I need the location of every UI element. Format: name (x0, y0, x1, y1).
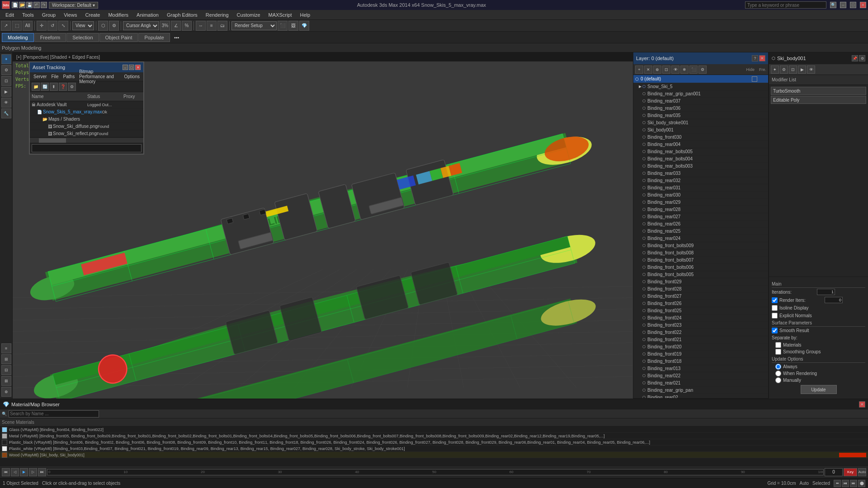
search-input[interactable] (745, 1, 826, 9)
render-btn[interactable]: ⬛ (278, 21, 288, 31)
layer-item[interactable]: ⬡Binding_front026 (641, 300, 768, 307)
layer-item[interactable]: ⬡Binding_rear032 (641, 177, 768, 184)
extra-dot[interactable]: ••• (174, 35, 179, 40)
sidebar-extra1[interactable]: ≡ (1, 343, 11, 353)
mode-freeform[interactable]: Freeform (34, 33, 66, 42)
layer-item[interactable]: ⬡Binding_rear037 (641, 98, 768, 105)
layer-item[interactable]: ⬡Binding_rear022 (641, 372, 768, 380)
layer-item[interactable]: ⬡Binding_rear029 (641, 199, 768, 206)
utilities-btn[interactable]: 🔧 (1, 108, 11, 118)
layer-item[interactable]: ⬡Binding_front030 (641, 134, 768, 141)
at-row-maps[interactable]: 📂Maps / Shaders (30, 116, 143, 123)
layer-item[interactable]: ⬡Binding_rear030 (641, 192, 768, 199)
workspace-dropdown[interactable]: Workspace: Default ▾ (49, 2, 98, 9)
layer-item[interactable]: ⬡Binding_rear031 (641, 184, 768, 192)
layer-item[interactable]: ⬡Binding_front_bolts007 (641, 257, 768, 264)
motion-btn[interactable]: ▶ (1, 87, 11, 97)
menu-modifiers[interactable]: Modifiers (104, 11, 132, 19)
object-props-btn[interactable]: ⚙ (109, 21, 119, 31)
menu-help[interactable]: Help (297, 11, 314, 19)
menu-tools[interactable]: Tools (19, 11, 38, 19)
frame-input[interactable] (825, 468, 843, 476)
percent-snap-btn[interactable]: % (182, 21, 192, 31)
at-menu-file[interactable]: File (49, 74, 60, 80)
materials-checkbox[interactable] (775, 342, 781, 348)
layer-item[interactable]: ⬡Binding_rear025 (641, 228, 768, 235)
mode-modeling[interactable]: Modeling (2, 33, 34, 42)
status-btn3[interactable]: ⏭ (850, 480, 857, 487)
mode-object-paint[interactable]: Object Paint (99, 33, 138, 42)
layer-item[interactable]: ⬡Binding_front024 (641, 314, 768, 322)
layers-render-btn[interactable]: ⬛ (689, 66, 698, 74)
layers-sel-objs-btn[interactable]: ⊡ (662, 66, 670, 74)
layer-item[interactable]: ⬡Binding_rear021 (641, 380, 768, 387)
viewport-header[interactable]: [+] [Perspective] [Shaded + Edged Faces] (13, 52, 633, 61)
at-restore[interactable]: □ (129, 65, 134, 70)
smoothing-groups-checkbox[interactable] (775, 349, 781, 355)
select-all-btn[interactable]: All (23, 21, 33, 31)
at-menu-server[interactable]: Server (32, 74, 48, 80)
rotate-btn[interactable]: ↺ (47, 21, 57, 31)
layer-item[interactable]: ⬡Binding_rear_grip_pan001 (641, 90, 768, 98)
hierarchy-btn[interactable]: ⊡ (1, 76, 11, 86)
mode-populate[interactable]: Populate (138, 33, 170, 42)
layer-item[interactable]: ⬡Binding_front028 (641, 286, 768, 293)
tl-play-back-btn[interactable]: ⏮ (2, 468, 10, 476)
sidebar-extra3[interactable]: ⊟ (1, 365, 11, 375)
open-btn[interactable]: 📂 (19, 2, 25, 8)
snap-toggle[interactable]: 3% (160, 21, 170, 31)
menu-animation[interactable]: Animation (133, 11, 162, 19)
menu-maxscript[interactable]: MAXScript (265, 11, 296, 19)
layer-item[interactable]: ⬡Binding_rear024 (641, 235, 768, 242)
layer-item[interactable]: ⬡Binding_front_bolts008 (641, 249, 768, 257)
layer-item[interactable]: ⬡Binding_rear026 (641, 221, 768, 228)
status-btn2[interactable]: ⏮ (842, 480, 849, 487)
undo-btn[interactable]: ↶ (33, 2, 40, 8)
scale-btn[interactable]: ⤡ (58, 21, 68, 31)
sidebar-extra2[interactable]: ⊞ (1, 354, 11, 364)
always-radio[interactable] (775, 364, 781, 370)
layer-item[interactable]: ⬡Binding_front025 (641, 307, 768, 314)
layer-item[interactable]: ⬡Binding_front027 (641, 293, 768, 300)
when-rendering-radio[interactable] (775, 371, 781, 376)
at-row-reflect[interactable]: 🖼Snow_Ski_reflect.png Found (30, 130, 143, 137)
menu-graph-editors[interactable]: Graph Editors (163, 11, 201, 19)
layer-btn[interactable]: ⬡ (98, 21, 108, 31)
menu-customize[interactable]: Customize (233, 11, 264, 19)
isoline-checkbox[interactable] (772, 305, 778, 311)
mirror-btn[interactable]: ↔ (196, 21, 206, 31)
mod-tab5[interactable]: 👁 (807, 66, 815, 74)
display-btn[interactable]: 👁 (1, 98, 11, 108)
menu-views[interactable]: Views (60, 11, 80, 19)
timeline-track[interactable]: 0 10 20 30 40 50 60 70 80 90 100 (47, 469, 824, 475)
select-btn[interactable]: ↗ (1, 21, 11, 31)
mat-wood-row[interactable]: Wood (VRayMtl) [Ski_body, Ski_body001] (0, 452, 868, 458)
mb-close-btn[interactable]: ✕ (859, 401, 865, 408)
new-btn[interactable]: 📄 (12, 2, 18, 8)
restore-button[interactable]: □ (850, 2, 856, 8)
at-row-diffuse[interactable]: 🖼Snow_Ski_diffuse.png Found (30, 123, 143, 130)
layer-item[interactable]: ⬡Binding_rear028 (641, 206, 768, 213)
create-panel-btn[interactable]: ✦ (1, 54, 11, 64)
minimize-button[interactable]: – (840, 2, 846, 8)
menu-rendering[interactable]: Rendering (202, 11, 232, 19)
at-search-input[interactable] (32, 144, 142, 152)
layers-hide-btn[interactable]: 👁 (671, 66, 679, 74)
layers-new-btn[interactable]: + (635, 66, 643, 74)
tl-key-btn[interactable]: Key (844, 468, 857, 476)
layer-item[interactable]: ⬡Binding_front_bolts009 (641, 242, 768, 249)
layer-item-snow-ski[interactable]: ▶ ⬡ Snow_Ski_5 (637, 83, 768, 90)
at-btn5[interactable]: ⚙ (68, 83, 76, 91)
at-row-vault[interactable]: 🏛Autodesk Vault Logged Out... (30, 101, 143, 108)
mod-tab1[interactable]: ✦ (771, 66, 779, 74)
layer-item[interactable]: ⬡Binding_front023 (641, 322, 768, 329)
status-btn4[interactable]: ⬤ (858, 480, 865, 487)
layer-item[interactable]: ⬡Binding_rear013 (641, 365, 768, 372)
layer-item[interactable]: ⬡Binding_rear_grip_pan (641, 387, 768, 394)
menu-group[interactable]: Group (38, 11, 60, 19)
select-region-btn[interactable]: ⬚ (12, 21, 22, 31)
viewport-area[interactable]: [+] [Perspective] [Shaded + Edged Faces]… (13, 52, 633, 399)
align-btn[interactable]: ≡ (207, 21, 217, 31)
layer-item[interactable]: ⬡Binding_front020 (641, 343, 768, 351)
mat-plastic-white-row[interactable]: Plastic_white (VRayMtl) [Binding_front03… (0, 446, 868, 452)
